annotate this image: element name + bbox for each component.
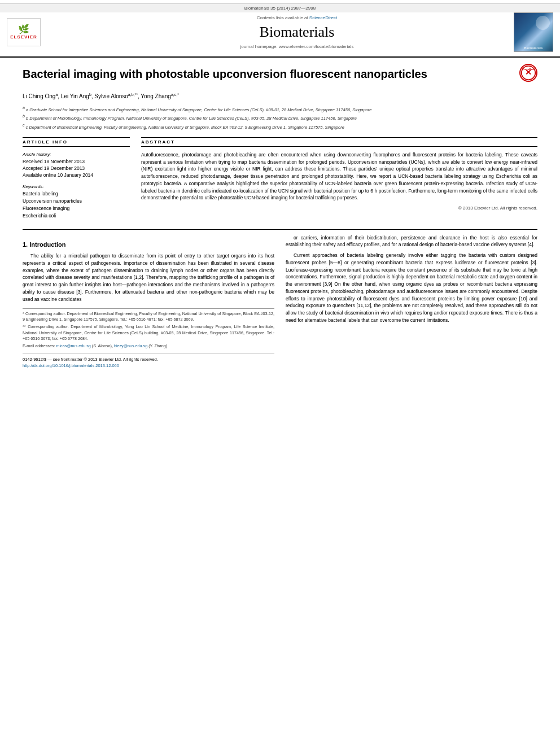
history-heading: Article history: <box>23 151 130 158</box>
email-2[interactable]: biezy@nus.edu.sg <box>114 343 147 348</box>
journal-header: Biomaterials 35 (2014) 2987—2998 🌿 ELSEV… <box>0 0 560 58</box>
body-left-column: 1. Introduction The ability for a microb… <box>23 234 274 369</box>
journal-homepage: journal homepage: www.elsevier.com/locat… <box>80 43 514 50</box>
affiliation-b: b b Department of Microbiology, Immunolo… <box>23 113 537 121</box>
elsevier-logo-area: 🌿 ELSEVIER <box>7 18 80 46</box>
section-number: 1. <box>23 241 28 248</box>
footnotes: * Corresponding author. Department of Bi… <box>23 308 274 348</box>
author-1: Li Ching Onga, Lei Yin Angb, Sylvie Alon… <box>23 93 179 99</box>
svg-text:CrossMark: CrossMark <box>522 68 535 71</box>
intro-para-1: The ability for a microbial pathogen to … <box>23 252 274 303</box>
body-right-column: or carriers, information of their biodis… <box>286 234 537 369</box>
intro-heading: 1. Introduction <box>23 240 274 250</box>
affiliation-a: a a Graduate School for Integrative Scie… <box>23 105 537 113</box>
email-1[interactable]: micas@nus.edu.sg <box>56 343 91 348</box>
email-label: E-mail addresses: <box>23 343 55 348</box>
email-2-name: (Y. Zhang). <box>148 343 168 348</box>
email-1-name: (S. Alonso), <box>92 343 113 348</box>
authors-line: Li Ching Onga, Lei Yin Angb, Sylvie Alon… <box>23 91 537 100</box>
elsevier-logo-box: 🌿 ELSEVIER <box>7 18 41 46</box>
sciencedirect-link[interactable]: ScienceDirect <box>309 15 337 20</box>
doi-bar: 0142-9612/$ — see front matter © 2013 El… <box>23 353 274 369</box>
abstract-column: ABSTRACT Autofluorescence, photodamage a… <box>141 137 537 220</box>
footnote-2: ** Corresponding author. Department of M… <box>23 324 274 341</box>
body-divider <box>23 229 537 230</box>
copyright-line: © 2013 Elsevier Ltd. All rights reserved… <box>141 205 537 211</box>
citation-bar: Biomaterials 35 (2014) 2987—2998 <box>0 3 560 12</box>
abstract-label: ABSTRACT <box>141 137 537 147</box>
keyword-3: Fluorescence imaging <box>23 206 130 212</box>
intro-para-3: Current approaches of bacteria labeling … <box>286 252 537 324</box>
main-content: Bacterial imaging with photostable upcon… <box>0 58 560 378</box>
crossmark-badge: ✕ CrossMark <box>519 64 537 82</box>
sciencedirect-info: Contents lists available at ScienceDirec… <box>80 15 514 21</box>
contents-text: Contents lists available at <box>257 15 308 20</box>
crossmark-icon: ✕ CrossMark <box>519 64 537 82</box>
intro-para-2: or carriers, information of their biodis… <box>286 234 537 249</box>
journal-cover-image: Biomaterials <box>514 12 553 52</box>
body-columns: 1. Introduction The ability for a microb… <box>23 234 537 369</box>
elsevier-tree-icon: 🌿 <box>18 25 29 34</box>
elsevier-name: ELSEVIER <box>10 34 37 40</box>
keywords-heading: Keywords: <box>23 184 130 190</box>
journal-center: Contents lists available at ScienceDirec… <box>80 15 514 50</box>
issn-text: 0142-9612/$ — see front matter © 2013 El… <box>23 356 274 362</box>
received-date: Received 18 November 2013 <box>23 159 130 165</box>
affiliation-c: c c Department of Biomedical Engineering… <box>23 123 537 130</box>
citation-text: Biomaterials 35 (2014) 2987—2998 <box>244 6 316 11</box>
keywords-section: Keywords: Bacteria labeling Upconversion… <box>23 184 130 220</box>
doi-link[interactable]: http://dx.doi.org/10.1016/j.biomaterials… <box>23 363 119 368</box>
keyword-4: Escherichia coli <box>23 213 130 220</box>
abstract-text: Autofluorescence, photodamage and photob… <box>141 151 537 202</box>
article-info-label: ARTICLE INFO <box>23 137 130 147</box>
info-abstract-columns: ARTICLE INFO Article history: Received 1… <box>23 137 537 220</box>
footnote-1: * Corresponding author. Department of Bi… <box>23 311 274 322</box>
accepted-date: Accepted 19 December 2013 <box>23 165 130 172</box>
section-title: Introduction <box>29 241 65 248</box>
keyword-2: Upconversion nanoparticles <box>23 198 130 205</box>
journal-title: Biomaterials <box>80 22 514 42</box>
affiliations: a a Graduate School for Integrative Scie… <box>23 105 537 130</box>
elsevier-top-bar: 🌿 ELSEVIER Contents lists available at S… <box>0 12 560 54</box>
keyword-1: Bacteria labeling <box>23 191 130 198</box>
article-history: Article history: Received 18 November 20… <box>23 151 130 179</box>
online-date: Available online 10 January 2014 <box>23 172 130 179</box>
article-title: Bacterial imaging with photostable upcon… <box>23 67 514 81</box>
footnote-email: E-mail addresses: micas@nus.edu.sg (S. A… <box>23 343 274 349</box>
cover-label: Biomaterials <box>524 46 542 50</box>
homepage-text: journal homepage: www.elsevier.com/locat… <box>240 44 354 49</box>
article-info-column: ARTICLE INFO Article history: Received 1… <box>23 137 130 220</box>
